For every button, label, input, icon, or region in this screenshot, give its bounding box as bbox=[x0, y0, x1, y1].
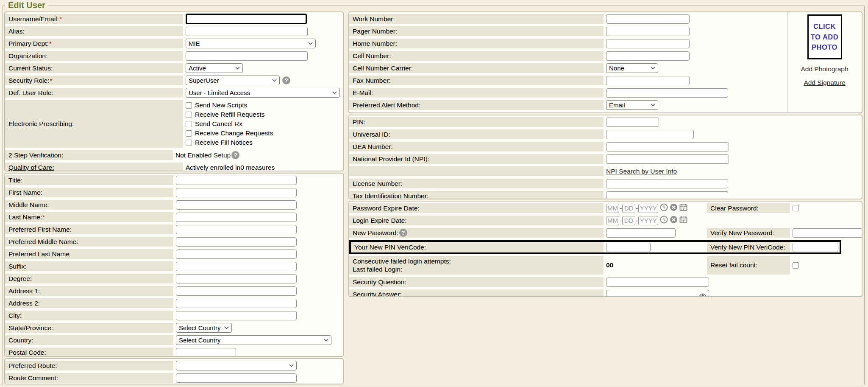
preferred-route-label: Preferred Route: bbox=[8, 362, 57, 370]
alert-method-label: Preferred Alert Method: bbox=[353, 101, 420, 109]
cell-carrier-select[interactable]: None bbox=[606, 63, 658, 73]
add-signature-link[interactable]: Add Signature bbox=[804, 79, 845, 87]
preferred-route-select[interactable] bbox=[176, 361, 297, 370]
login-expire-month-input[interactable] bbox=[606, 216, 619, 225]
login-expire-day-input[interactable] bbox=[622, 216, 635, 225]
cell-carrier-label: Cell Number Carrier: bbox=[353, 64, 413, 72]
security-answer-label: Security Answer: bbox=[353, 291, 401, 297]
clock-icon[interactable] bbox=[660, 216, 668, 225]
password-expire-year-input[interactable] bbox=[638, 204, 658, 213]
password-expire-day-input[interactable] bbox=[622, 204, 635, 213]
security-role-label: Security Role: bbox=[8, 77, 49, 84]
title-input[interactable] bbox=[176, 176, 297, 185]
work-number-input[interactable] bbox=[606, 14, 690, 24]
required-asterisk: * bbox=[59, 15, 62, 23]
work-number-label: Work Number: bbox=[353, 15, 395, 23]
receive-change-requests-checkbox[interactable] bbox=[186, 130, 192, 137]
date-separator: - bbox=[636, 217, 638, 224]
tax-id-input[interactable] bbox=[606, 191, 728, 200]
verify-vericode-input[interactable] bbox=[793, 243, 838, 252]
first-name-input[interactable] bbox=[176, 188, 297, 197]
npi-search-label-spacer bbox=[349, 166, 604, 176]
new-password-input[interactable] bbox=[606, 228, 676, 238]
clear-password-checkbox[interactable] bbox=[793, 205, 799, 211]
send-cancel-rx-checkbox[interactable] bbox=[186, 121, 192, 127]
preferred-middle-name-input[interactable] bbox=[176, 237, 297, 247]
security-question-input[interactable] bbox=[606, 278, 709, 287]
pin-input[interactable] bbox=[606, 118, 659, 127]
clock-icon[interactable] bbox=[660, 203, 668, 213]
send-new-scripts-checkbox[interactable] bbox=[186, 102, 192, 109]
address2-input[interactable] bbox=[176, 299, 297, 308]
chevron-down-icon bbox=[289, 364, 294, 367]
license-number-input[interactable] bbox=[606, 179, 728, 188]
primary-dept-select[interactable]: MIE bbox=[186, 39, 316, 48]
identifiers-section: PIN: Universal ID: DEA Number: National … bbox=[348, 115, 862, 199]
pager-number-label: Pager Number: bbox=[353, 28, 397, 35]
degree-input[interactable] bbox=[176, 274, 297, 283]
required-asterisk: * bbox=[49, 40, 52, 48]
organization-input[interactable] bbox=[186, 51, 308, 61]
username-input[interactable] bbox=[186, 14, 307, 24]
universal-id-input[interactable] bbox=[606, 130, 694, 139]
city-input[interactable] bbox=[176, 311, 297, 320]
last-name-label: Last Name: bbox=[8, 213, 42, 221]
help-icon[interactable]: ? bbox=[282, 76, 290, 84]
clear-date-icon[interactable] bbox=[670, 216, 678, 225]
your-vericode-input[interactable] bbox=[606, 243, 651, 252]
photo-placeholder-text: PHOTO bbox=[812, 42, 837, 53]
cell-number-input[interactable] bbox=[606, 51, 690, 61]
home-number-input[interactable] bbox=[606, 39, 690, 48]
security-answer-input[interactable] bbox=[606, 290, 709, 297]
current-status-label: Current Status: bbox=[8, 64, 53, 72]
receive-fill-notices-checkbox[interactable] bbox=[186, 140, 192, 146]
eye-icon[interactable] bbox=[699, 292, 706, 297]
universal-id-label: Universal ID: bbox=[353, 131, 390, 138]
country-select[interactable]: Select Country bbox=[176, 335, 331, 345]
chevron-down-icon bbox=[224, 326, 229, 329]
photo-placeholder[interactable]: CLICK TO ADD PHOTO bbox=[807, 14, 842, 59]
last-name-input[interactable] bbox=[176, 213, 297, 222]
preferred-first-name-input[interactable] bbox=[176, 225, 297, 234]
alert-method-select[interactable]: Email bbox=[606, 100, 658, 110]
quality-of-care-link[interactable]: Quality of Care: bbox=[8, 164, 54, 171]
reset-fail-count-checkbox[interactable] bbox=[793, 262, 799, 269]
receive-refill-requests-checkbox[interactable] bbox=[186, 112, 192, 118]
npi-input[interactable] bbox=[606, 154, 729, 164]
fax-number-input[interactable] bbox=[606, 76, 690, 85]
alias-input[interactable] bbox=[186, 27, 308, 36]
calendar-icon[interactable] bbox=[679, 216, 687, 225]
state-province-select[interactable]: Select Country bbox=[176, 323, 232, 333]
organization-label: Organization: bbox=[8, 52, 47, 60]
middle-name-input[interactable] bbox=[176, 200, 297, 210]
date-separator: - bbox=[620, 217, 622, 224]
page-title: Edit User bbox=[5, 0, 48, 10]
vericode-highlight-row: Your New PIN VeriCode: Verify New PIN Ve… bbox=[349, 240, 841, 254]
login-expire-year-input[interactable] bbox=[638, 216, 658, 225]
pager-number-input[interactable] bbox=[606, 27, 690, 36]
email-input[interactable] bbox=[606, 88, 728, 98]
security-role-select[interactable]: SuperUser bbox=[186, 76, 280, 85]
suffix-input[interactable] bbox=[176, 262, 297, 271]
address1-input[interactable] bbox=[176, 286, 297, 296]
current-status-select[interactable]: Active bbox=[186, 63, 243, 73]
failed-attempts-label: Consecutive failed login attempts: bbox=[353, 257, 451, 265]
dea-number-input[interactable] bbox=[606, 142, 729, 151]
two-step-verification-label: 2 Step Verification: bbox=[8, 151, 63, 159]
password-security-section: Password Expire Date: -- Clear Password:… bbox=[348, 201, 862, 297]
postal-code-input[interactable] bbox=[176, 348, 236, 357]
calendar-icon[interactable] bbox=[679, 203, 687, 213]
verify-new-password-input[interactable] bbox=[793, 228, 862, 238]
help-icon[interactable]: ? bbox=[399, 229, 407, 237]
preferred-last-name-input[interactable] bbox=[176, 250, 297, 259]
route-comment-input[interactable] bbox=[176, 373, 297, 383]
clear-date-icon[interactable] bbox=[670, 203, 678, 213]
npi-search-link[interactable]: NPI Search by User Info bbox=[606, 168, 677, 175]
def-user-role-select[interactable]: User - Limited Access bbox=[186, 88, 340, 98]
help-icon[interactable]: ? bbox=[231, 151, 239, 159]
password-expire-month-input[interactable] bbox=[606, 204, 619, 213]
chevron-down-icon bbox=[332, 91, 337, 94]
reset-fail-count-label: Reset fail count: bbox=[710, 261, 757, 269]
setup-link[interactable]: Setup bbox=[214, 151, 231, 159]
add-photograph-link[interactable]: Add Photograph bbox=[801, 65, 848, 73]
